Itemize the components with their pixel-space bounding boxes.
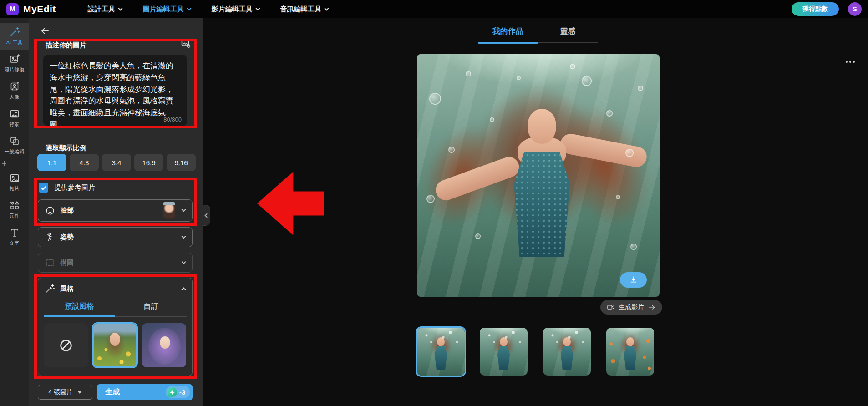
checkbox-checked-icon[interactable]: [39, 183, 48, 193]
arrow-left-icon: [40, 25, 51, 36]
aspect-ratio-group: 1:1 4:3 3:4 16:9 9:16: [37, 154, 196, 171]
chevron-down-icon: [182, 259, 186, 264]
credit-cost-pill: -3: [166, 386, 190, 398]
sidebar-item-photo-repair[interactable]: 照片修復: [0, 50, 29, 77]
style-thumbnails: [38, 317, 192, 367]
sidebar-item-label: 一般編輯: [5, 148, 25, 155]
generate-video-label: 生成影片: [619, 303, 644, 311]
sidebar-item-label: 文字: [10, 240, 20, 247]
menu-label: 設計工具: [88, 5, 115, 14]
main-menu: 設計工具 圖片編輯工具 影片編輯工具 音訊編輯工具: [88, 5, 328, 14]
chevron-left-icon: [205, 213, 209, 218]
sidebar-item-label: 相片: [10, 185, 20, 192]
menu-label: 圖片編輯工具: [143, 5, 184, 14]
composition-dropdown-label: 構圖: [60, 259, 74, 267]
more-options-icon[interactable]: [843, 58, 858, 66]
result-thumbnail-4[interactable]: [606, 328, 654, 376]
image-decoration: [528, 109, 557, 144]
chevron-down-icon: [118, 6, 122, 10]
myedit-app: M MyEdit 設計工具 圖片編輯工具 影片編輯工具 音訊編輯工具 獲得點數 …: [0, 0, 868, 406]
chevron-down-icon: [187, 6, 191, 10]
sidebar-item-label: 背景: [10, 121, 20, 128]
style-none-option[interactable]: [44, 323, 88, 367]
sidebar-item-portrait[interactable]: 人像: [0, 77, 29, 105]
back-button[interactable]: [40, 25, 51, 37]
generate-button[interactable]: 生成 -3: [97, 384, 193, 400]
sidebar-item-photos[interactable]: 相片: [0, 169, 29, 196]
photo-restore-icon: [9, 54, 20, 65]
credit-coin-icon: [168, 387, 177, 397]
sidebar-item-ai-tools[interactable]: AI 工具: [0, 23, 29, 50]
menu-image-tools[interactable]: 圖片編輯工具: [143, 5, 191, 14]
image-count-select[interactable]: 4 張圖片: [38, 385, 92, 400]
download-button[interactable]: [620, 272, 647, 288]
get-credits-button[interactable]: 獲得點數: [792, 2, 839, 16]
arrow-right-icon: [648, 303, 656, 311]
style-accordion-header[interactable]: 風格: [38, 278, 192, 299]
bubble: [517, 76, 521, 80]
style-anime-option[interactable]: [142, 323, 186, 367]
generate-label: 生成: [105, 387, 120, 397]
style-wand-icon: [45, 284, 55, 294]
workspace-tabs: 我的作品 靈感: [478, 26, 598, 43]
ratio-3-4-button[interactable]: 3:4: [102, 154, 131, 171]
char-counter: 80/800: [163, 116, 182, 123]
chevron-down-icon: [182, 234, 186, 239]
sidebar-item-text[interactable]: 文字: [0, 223, 29, 251]
bubble: [630, 244, 637, 250]
menu-video-tools[interactable]: 影片編輯工具: [212, 5, 259, 14]
ai-image-panel: 描述你的圖片 一位紅棕色長髮的美人魚，在清澈的海水中悠游，身穿閃亮的藍綠色魚尾，…: [29, 18, 203, 406]
navbar-right: 獲得點數 S: [792, 2, 862, 16]
tab-inspiration[interactable]: 靈感: [538, 26, 598, 42]
user-avatar[interactable]: S: [848, 2, 862, 16]
text-icon: [9, 227, 20, 238]
background-icon: [9, 108, 20, 119]
sidebar-item-label: 人像: [10, 94, 20, 101]
describe-image-label: 描述你的圖片: [46, 41, 86, 50]
result-thumbnail-1[interactable]: [417, 328, 465, 376]
sidebar-item-label: 照片修復: [5, 66, 25, 73]
photo-icon: [9, 173, 20, 183]
sidebar-item-elements[interactable]: 元件: [0, 196, 29, 223]
tab-custom-style[interactable]: 自訂: [115, 299, 187, 317]
brand[interactable]: M MyEdit: [6, 3, 56, 15]
tool-rail: AI 工具 照片修復 人像 背景 一般編輯 相片 元件: [0, 18, 29, 406]
overlapping-squares-icon: [9, 136, 20, 147]
result-thumbnail-3[interactable]: [543, 328, 591, 376]
face-dropdown-label: 臉部: [60, 206, 74, 215]
image-decoration: [417, 328, 465, 376]
tab-my-works[interactable]: 我的作品: [478, 26, 538, 42]
tab-preset-styles[interactable]: 預設風格: [44, 299, 115, 317]
reference-image-checkbox-row[interactable]: 提供參考圖片: [39, 183, 95, 193]
chevron-down-icon: [182, 208, 186, 212]
panel-collapse-handle[interactable]: [203, 205, 210, 226]
generated-image[interactable]: [417, 54, 660, 297]
image-settings-icon[interactable]: [181, 38, 193, 50]
portrait-icon: [9, 81, 20, 92]
result-thumbnail-2[interactable]: [480, 328, 528, 376]
bubble: [429, 93, 441, 105]
sidebar-item-background[interactable]: 背景: [0, 105, 29, 132]
tab-active-indicator: [478, 42, 538, 44]
menu-label: 音訊編輯工具: [280, 5, 321, 14]
brand-name: MyEdit: [23, 4, 56, 15]
prompt-input[interactable]: 一位紅棕色長髮的美人魚，在清澈的海水中悠游，身穿閃亮的藍綠色魚尾，陽光從水面灑落…: [43, 55, 187, 126]
none-icon: [58, 338, 74, 353]
add-icon[interactable]: [0, 160, 8, 169]
ratio-4-3-button[interactable]: 4:3: [70, 154, 99, 171]
ratio-16-9-button[interactable]: 16:9: [134, 154, 163, 171]
sidebar-item-label: AI 工具: [6, 39, 22, 46]
chevron-down-icon: [324, 6, 329, 10]
style-realistic-option[interactable]: [93, 323, 137, 367]
ratio-9-16-button[interactable]: 9:16: [167, 154, 196, 171]
rail-divider: [0, 164, 29, 164]
pose-icon: [45, 232, 55, 242]
menu-design-tools[interactable]: 設計工具: [88, 5, 122, 14]
chevron-up-icon: [182, 287, 186, 292]
ratio-1-1-button[interactable]: 1:1: [37, 154, 66, 171]
sidebar-item-general-edit[interactable]: 一般編輯: [0, 132, 29, 159]
pose-reference-dropdown[interactable]: 姿勢: [38, 227, 193, 247]
generate-video-button[interactable]: 生成影片: [600, 300, 662, 315]
menu-audio-tools[interactable]: 音訊編輯工具: [280, 5, 328, 14]
face-reference-dropdown[interactable]: 臉部: [38, 199, 193, 222]
